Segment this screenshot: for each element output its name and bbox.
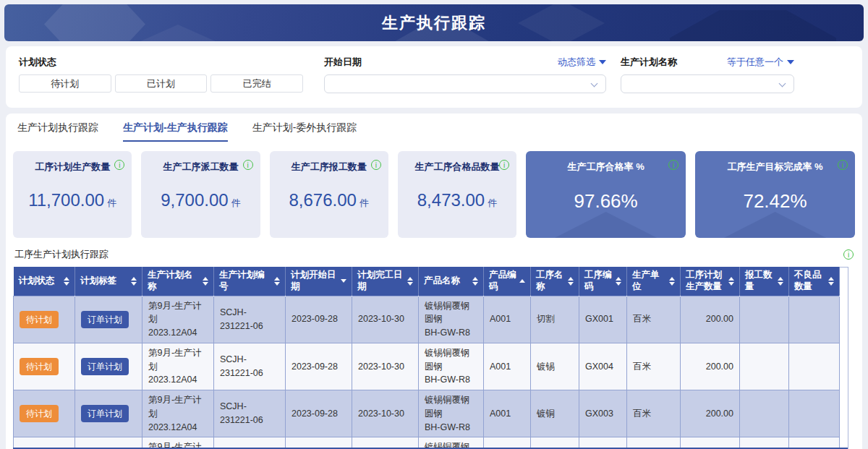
cell-end_date: 2023-10-30 — [352, 296, 419, 343]
sort-both-icon — [828, 277, 834, 286]
content-panel: 生产计划执行跟踪生产计划-生产执行跟踪生产计划-委外执行跟踪 工序计划生产数量i… — [6, 114, 862, 449]
cell-process_name: 切割 — [531, 296, 579, 343]
cell-product_code: A001 — [484, 296, 531, 343]
cell-unit: 百米 — [627, 390, 681, 437]
column-label: 工序名称 — [536, 270, 566, 292]
column-header-product_name[interactable]: 产品名称 — [419, 267, 484, 296]
kpi-value: 8,473.00 — [417, 190, 485, 210]
start-date-select[interactable] — [324, 74, 606, 93]
kpi-card-2: 生产工序报工数量i8,676.00件 — [270, 151, 388, 238]
cell-plan_name: 第9月-生产计划 2023.12A04 — [142, 343, 214, 390]
kpi-card-5: 工序生产目标完成率 %i72.42% — [695, 151, 855, 238]
kpi-value: 72.42% — [743, 190, 807, 212]
cell-plan_qty: 200.00 — [681, 343, 740, 390]
info-icon[interactable]: i — [243, 160, 253, 170]
tag-badge: 订单计划 — [81, 311, 129, 328]
cell-product_code: A001 — [484, 390, 531, 437]
column-header-plan_qty[interactable]: 工序计划生产数量 — [681, 267, 740, 296]
cell-plan_no: SCJH-231221-06 — [214, 343, 286, 390]
column-header-process_name[interactable]: 工序名称 — [531, 267, 579, 296]
plan-status-label: 计划状态 — [19, 56, 56, 69]
cell-defect_qty — [789, 343, 840, 390]
sort-both-icon — [131, 277, 137, 286]
sort-both-icon — [203, 277, 208, 286]
tab-1[interactable]: 生产计划-生产执行跟踪 — [123, 121, 228, 142]
info-icon[interactable]: i — [371, 160, 381, 170]
kpi-label: 工序计划生产数量 — [35, 161, 110, 172]
column-header-tag[interactable]: 计划标签 — [75, 267, 142, 296]
kpi-value: 8,676.00 — [289, 190, 356, 210]
plan-status-option-1[interactable]: 已计划 — [115, 74, 208, 93]
cell-product_name: 镀锡铜覆钢圆钢 BH-GW-R8 — [419, 390, 484, 437]
start-date-mode-dropdown[interactable]: 动态筛选 — [558, 56, 606, 69]
cell-start_date: 2023-09-28 — [286, 296, 352, 343]
column-label: 产品编码 — [489, 270, 517, 292]
info-icon[interactable]: i — [668, 160, 678, 170]
sort-both-icon — [616, 277, 621, 286]
kpi-label: 生产工序合格率 % — [568, 161, 644, 172]
info-icon[interactable]: i — [838, 160, 848, 170]
column-header-plan_name[interactable]: 生产计划名称 — [142, 267, 214, 296]
page-banner: 生产执行跟踪 — [4, 4, 864, 41]
plan-status-option-0[interactable]: 待计划 — [19, 74, 111, 93]
plan-status-buttons: 待计划已计划已完结 — [19, 74, 303, 93]
cell-start_date: 2023-09-28 — [286, 390, 352, 437]
plan-name-mode-dropdown[interactable]: 等于任意一个 — [727, 56, 794, 69]
column-header-end_date[interactable]: 计划完工日期 — [352, 267, 419, 296]
process-plan-table: 计划状态计划标签生产计划名称生产计划编号计划开始日期计划完工日期产品名称产品编码… — [13, 267, 840, 449]
sort-both-icon — [568, 277, 574, 286]
column-label: 计划完工日期 — [357, 270, 405, 292]
column-header-start_date[interactable]: 计划开始日期 — [286, 267, 352, 296]
table-body: 待计划订单计划第9月-生产计划 2023.12A04SCJH-231221-06… — [14, 296, 840, 449]
column-header-plan_no[interactable]: 生产计划编号 — [214, 267, 286, 296]
page-title: 生产执行跟踪 — [4, 12, 864, 34]
table-row: 待计划订单计划第9月-生产计划 2023.12A04SCJH-231221-06… — [14, 296, 840, 343]
info-icon[interactable]: i — [499, 160, 509, 170]
start-date-mode-label: 动态筛选 — [558, 56, 595, 69]
tab-2[interactable]: 生产计划-委外执行跟踪 — [252, 121, 357, 142]
status-badge: 待计划 — [20, 358, 59, 375]
column-header-status[interactable]: 计划状态 — [14, 267, 75, 296]
column-label: 生产计划名称 — [148, 270, 200, 292]
sort-both-icon — [778, 277, 783, 286]
cell-defect_qty — [789, 390, 840, 437]
column-header-product_code[interactable]: 产品编码 — [484, 267, 531, 296]
vertical-scrollbar[interactable] — [840, 267, 848, 449]
kpi-value: 9,700.00 — [161, 190, 228, 210]
kpi-unit: 件 — [359, 197, 369, 208]
cell-report_qty — [740, 390, 789, 437]
plan-status-option-2[interactable]: 已完结 — [210, 74, 303, 93]
plan-status-filter: 计划状态 待计划已计划已完结 — [19, 56, 303, 108]
cell-tag: 订单计划 — [75, 343, 142, 390]
kpi-card-4: 生产工序合格率 %i97.66% — [526, 151, 686, 238]
column-header-process_code[interactable]: 工序编码 — [579, 267, 627, 296]
column-header-report_qty[interactable]: 报工数量 — [740, 267, 789, 296]
tab-0[interactable]: 生产计划执行跟踪 — [17, 121, 98, 142]
column-header-defect_qty[interactable]: 不良品数量 — [789, 267, 840, 296]
kpi-label: 生产工序派工数量 — [163, 161, 238, 172]
kpi-card-3: 生产工序合格品数量i8,473.00件 — [398, 151, 516, 238]
cell-report_qty — [740, 343, 789, 390]
plan-name-select[interactable] — [621, 74, 794, 93]
kpi-card-1: 生产工序派工数量i9,700.00件 — [141, 151, 260, 238]
chevron-down-icon — [779, 80, 786, 87]
plan-name-label: 生产计划名称 — [621, 56, 677, 69]
cell-process_code: GX003 — [579, 390, 627, 437]
chevron-down-icon — [591, 80, 598, 87]
cell-process_name: 镀铜 — [531, 390, 579, 437]
cell-product_name: 镀锡铜覆钢圆钢 BH-GW-R8 — [419, 296, 484, 343]
sort-both-icon — [407, 277, 413, 286]
column-label: 计划状态 — [19, 275, 55, 287]
info-icon[interactable]: i — [843, 249, 854, 260]
column-label: 报工数量 — [745, 270, 775, 292]
plan-name-mode-label: 等于任意一个 — [727, 56, 783, 69]
tab-bar: 生产计划执行跟踪生产计划-生产执行跟踪生产计划-委外执行跟踪 — [17, 114, 855, 142]
cell-status: 待计划 — [14, 296, 75, 343]
info-icon[interactable]: i — [114, 160, 124, 170]
table-title-row: 工序生产计划执行跟踪 i — [13, 247, 855, 262]
kpi-value: 97.66% — [574, 190, 638, 212]
cell-plan_qty: 200.00 — [681, 390, 740, 437]
column-header-unit[interactable]: 生产单位 — [627, 267, 681, 296]
kpi-unit: 件 — [107, 197, 116, 208]
sort-desc-icon — [341, 279, 346, 283]
